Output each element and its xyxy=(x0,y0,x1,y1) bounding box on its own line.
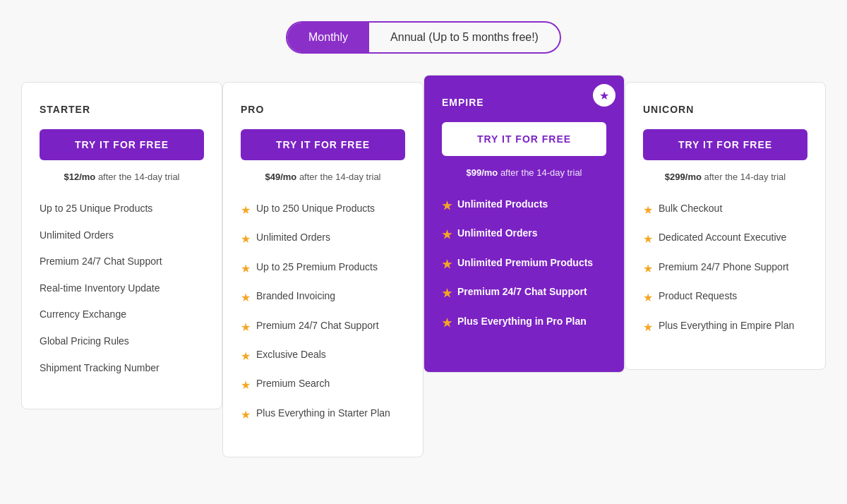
feature-item: ★Plus Everything in Empire Plan xyxy=(643,319,807,335)
feature-item: ★Premium 24/7 Chat Support xyxy=(442,285,606,301)
feature-text: Exclusive Deals xyxy=(256,348,326,362)
toggle-container: Monthly Annual (Up to 5 months free!) xyxy=(286,21,561,54)
star-icon: ★ xyxy=(241,203,251,218)
price-starter: $12/mo after the 14-day trial xyxy=(40,172,204,182)
star-icon: ★ xyxy=(442,227,452,243)
star-icon: ★ xyxy=(241,378,251,393)
features-unicorn: ★Bulk Checkout★Dedicated Account Executi… xyxy=(643,202,807,335)
feature-text: Dedicated Account Executive xyxy=(659,231,786,245)
feature-text: Unlimited Orders xyxy=(457,227,538,241)
feature-text: Real-time Inventory Update xyxy=(40,282,160,296)
star-icon: ★ xyxy=(442,198,452,214)
annual-toggle[interactable]: Annual (Up to 5 months free!) xyxy=(369,23,560,52)
feature-item: ★Premium Search xyxy=(241,377,405,393)
feature-text: Premium 24/7 Chat Support xyxy=(40,255,162,269)
feature-item: ★Up to 25 Premium Products xyxy=(241,260,405,277)
star-icon: ★ xyxy=(241,232,251,247)
cta-button-starter[interactable]: TRY IT FOR FREE xyxy=(40,129,204,160)
plan-card-starter: STARTERTRY IT FOR FREE$12/mo after the 1… xyxy=(21,82,222,409)
feature-item: ★Unlimited Products xyxy=(442,198,606,214)
feature-text: Bulk Checkout xyxy=(659,202,722,216)
star-icon: ★ xyxy=(241,407,251,423)
feature-text: Plus Everything in Starter Plan xyxy=(256,407,390,421)
feature-item: Global Pricing Rules xyxy=(40,335,204,349)
feature-text: Plus Everything in Pro Plan xyxy=(457,315,587,329)
feature-item: Real-time Inventory Update xyxy=(40,282,204,296)
feature-item: Unlimited Orders xyxy=(40,229,204,243)
feature-text: Branded Invoicing xyxy=(256,289,335,304)
plan-card-empire: ★EMPIRETRY IT FOR FREE$99/mo after the 1… xyxy=(424,75,625,373)
plan-card-unicorn: UNICORNTRY IT FOR FREE$299/mo after the … xyxy=(625,82,826,370)
star-icon: ★ xyxy=(442,257,452,272)
monthly-toggle[interactable]: Monthly xyxy=(287,23,369,52)
star-icon: ★ xyxy=(442,316,452,331)
feature-text: Premium 24/7 Chat Support xyxy=(457,285,587,299)
feature-text: Up to 25 Premium Products xyxy=(256,260,378,275)
plan-name-starter: STARTER xyxy=(40,104,204,115)
cta-button-empire[interactable]: TRY IT FOR FREE xyxy=(442,122,606,156)
plan-name-empire: EMPIRE xyxy=(442,97,606,108)
feature-item: ★Unlimited Premium Products xyxy=(442,256,606,272)
star-icon: ★ xyxy=(643,203,653,218)
plans-container: STARTERTRY IT FOR FREE$12/mo after the 1… xyxy=(21,82,826,457)
price-pro: $49/mo after the 14-day trial xyxy=(241,172,405,182)
feature-text: Up to 250 Unique Products xyxy=(256,202,375,216)
price-empire: $99/mo after the 14-day trial xyxy=(442,167,606,178)
star-icon: ★ xyxy=(241,320,251,335)
star-icon: ★ xyxy=(643,261,653,277)
feature-text: Premium Search xyxy=(256,377,330,391)
feature-item: Currency Exchange xyxy=(40,308,204,322)
feature-item: Up to 25 Unique Products xyxy=(40,202,204,216)
feature-item: ★Premium 24/7 Chat Support xyxy=(241,319,405,335)
star-icon: ★ xyxy=(241,261,251,277)
star-icon: ★ xyxy=(241,349,251,364)
feature-item: ★Unlimited Orders xyxy=(241,231,405,247)
price-unicorn: $299/mo after the 14-day trial xyxy=(643,172,807,182)
feature-text: Global Pricing Rules xyxy=(40,335,129,349)
feature-text: Currency Exchange xyxy=(40,308,126,322)
feature-item: ★Plus Everything in Starter Plan xyxy=(241,407,405,423)
feature-item: Shipment Tracking Number xyxy=(40,361,204,376)
features-empire: ★Unlimited Products★Unlimited Orders★Unl… xyxy=(442,198,606,331)
feature-item: ★Product Requests xyxy=(643,289,807,306)
feature-text: Up to 25 Unique Products xyxy=(40,202,152,216)
feature-item: ★Dedicated Account Executive xyxy=(643,231,807,247)
cta-button-unicorn[interactable]: TRY IT FOR FREE xyxy=(643,129,807,160)
star-icon: ★ xyxy=(442,286,452,301)
feature-text: Product Requests xyxy=(659,289,737,304)
plan-name-unicorn: UNICORN xyxy=(643,104,807,115)
feature-text: Unlimited Products xyxy=(457,198,548,212)
feature-text: Unlimited Premium Products xyxy=(457,256,593,270)
feature-item: ★Up to 250 Unique Products xyxy=(241,202,405,218)
star-icon: ★ xyxy=(643,290,653,306)
star-icon: ★ xyxy=(643,320,653,335)
feature-item: Premium 24/7 Chat Support xyxy=(40,255,204,269)
features-pro: ★Up to 250 Unique Products★Unlimited Ord… xyxy=(241,202,405,423)
plan-card-pro: PROTRY IT FOR FREE$49/mo after the 14-da… xyxy=(222,82,424,457)
features-starter: Up to 25 Unique ProductsUnlimited Orders… xyxy=(40,202,204,375)
feature-item: ★Bulk Checkout xyxy=(643,202,807,218)
feature-text: Unlimited Orders xyxy=(40,229,114,243)
feature-item: ★Premium 24/7 Phone Support xyxy=(643,260,807,277)
feature-item: ★Branded Invoicing xyxy=(241,289,405,306)
feature-text: Premium 24/7 Chat Support xyxy=(256,319,379,333)
feature-item: ★Exclusive Deals xyxy=(241,348,405,364)
featured-badge: ★ xyxy=(593,84,615,107)
feature-text: Plus Everything in Empire Plan xyxy=(659,319,794,333)
cta-button-pro[interactable]: TRY IT FOR FREE xyxy=(241,129,405,160)
feature-text: Premium 24/7 Phone Support xyxy=(659,260,788,275)
feature-item: ★Plus Everything in Pro Plan xyxy=(442,315,606,331)
feature-text: Shipment Tracking Number xyxy=(40,361,160,376)
feature-item: ★Unlimited Orders xyxy=(442,227,606,243)
plan-name-pro: PRO xyxy=(241,104,405,115)
feature-text: Unlimited Orders xyxy=(256,231,330,245)
star-icon: ★ xyxy=(241,290,251,306)
star-icon: ★ xyxy=(643,232,653,247)
